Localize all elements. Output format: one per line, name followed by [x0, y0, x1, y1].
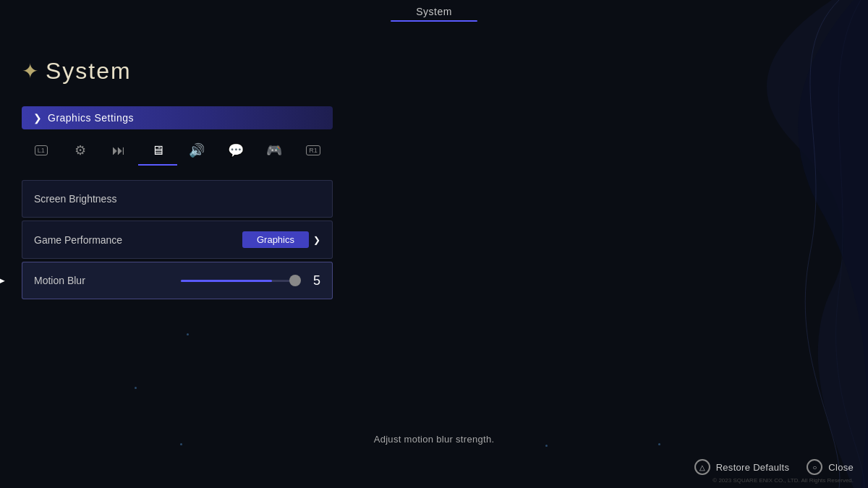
motion-blur-slider-area: 5 [181, 273, 320, 288]
tab-display[interactable]: 🖥 [138, 137, 177, 166]
tab-media[interactable]: ⏭ [100, 137, 139, 166]
bottom-actions: △ Restore Defaults ○ Close [694, 459, 854, 475]
motion-blur-value: 5 [306, 273, 320, 288]
top-tab-title: System [401, 0, 467, 20]
bottom-hint: Adjust motion blur strength. [374, 434, 495, 445]
decorative-dot-2 [135, 387, 137, 389]
slider-thumb [289, 275, 301, 286]
top-tab-underline [391, 20, 477, 22]
restore-defaults-button[interactable]: △ Restore Defaults [694, 459, 790, 475]
r1-badge: R1 [306, 145, 320, 155]
copyright-text: © 2023 SQUARE ENIX CO., LTD. All Rights … [712, 477, 854, 484]
restore-icon: △ [694, 459, 710, 475]
tab-sound[interactable]: 🔊 [177, 137, 216, 166]
restore-label: Restore Defaults [716, 462, 790, 473]
media-icon: ⏭ [112, 143, 125, 158]
decorative-dot-1 [187, 333, 189, 335]
page-title: System [46, 58, 132, 85]
sound-icon: 🔊 [189, 142, 205, 158]
l1-badge: L1 [35, 145, 48, 155]
game-performance-label: Game Performance [34, 234, 242, 246]
cursor-arrow-icon: ➤ [0, 272, 6, 289]
slider-track[interactable] [181, 280, 297, 282]
slider-fill [181, 280, 272, 282]
settings-header-label: Graphics Settings [48, 112, 134, 124]
settings-item-game-performance[interactable]: Game Performance Graphics ❯ [22, 221, 333, 259]
tab-gamepad[interactable]: 🎮 [255, 137, 294, 166]
close-button[interactable]: ○ Close [807, 459, 854, 475]
slider-track-container [181, 280, 297, 282]
gear-icon: ⚙ [75, 142, 86, 158]
graphics-badge: Graphics [242, 231, 309, 248]
display-icon: 🖥 [151, 143, 164, 158]
game-performance-value-area: Graphics ❯ [242, 231, 320, 248]
close-icon: ○ [807, 459, 822, 475]
motion-blur-label: Motion Blur [34, 275, 174, 286]
main-content: ✦ System ❯ Graphics Settings L1 ⚙ ⏭ 🖥 🔊 … [22, 58, 333, 299]
close-label: Close [828, 462, 854, 473]
system-icon: ✦ [22, 59, 38, 83]
tab-chat[interactable]: 💬 [216, 137, 255, 166]
gamepad-icon: 🎮 [266, 142, 282, 158]
settings-header[interactable]: ❯ Graphics Settings [22, 106, 333, 129]
settings-item-screen-brightness[interactable]: Screen Brightness [22, 180, 333, 218]
icon-tab-row: L1 ⚙ ⏭ 🖥 🔊 💬 🎮 R1 [22, 137, 333, 166]
screen-brightness-label: Screen Brightness [34, 193, 320, 205]
decorative-dot-5 [658, 443, 660, 445]
header-chevron-icon: ❯ [33, 112, 42, 124]
page-title-area: ✦ System [22, 58, 333, 85]
settings-list: Screen Brightness Game Performance Graph… [22, 180, 333, 299]
tab-r1[interactable]: R1 [294, 137, 333, 166]
top-tab-bar: System [391, 0, 477, 22]
settings-item-motion-blur[interactable]: ➤ Motion Blur 5 [22, 262, 333, 299]
tab-l1[interactable]: L1 [22, 137, 61, 166]
tab-gear[interactable]: ⚙ [61, 137, 100, 166]
decorative-dot-4 [545, 445, 548, 447]
chat-icon: 💬 [228, 142, 244, 158]
game-performance-chevron-icon: ❯ [313, 235, 320, 245]
decorative-dot-3 [180, 443, 182, 445]
